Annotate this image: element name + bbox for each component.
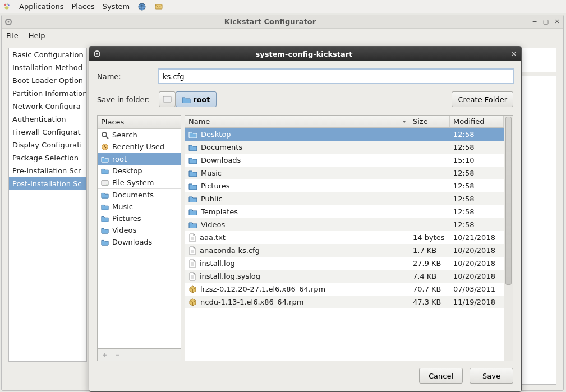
file-row[interactable]: aaa.txt14 bytes10/21/2018 — [185, 231, 504, 244]
column-header-size[interactable]: Size — [409, 116, 450, 127]
add-bookmark-icon[interactable]: ＋ — [101, 350, 108, 360]
file-icon — [188, 272, 196, 281]
places-list[interactable]: Places SearchRecently UsedrootDesktopFil… — [97, 115, 181, 349]
folder-icon — [188, 156, 197, 164]
create-folder-button[interactable]: Create Folder — [452, 91, 513, 107]
file-row[interactable]: Desktop12:58 — [185, 128, 504, 141]
section-item[interactable]: Boot Loader Option — [9, 74, 86, 87]
column-header-modified[interactable]: Modified — [450, 116, 504, 127]
file-size: 47.3 KB — [409, 298, 450, 306]
file-rows[interactable]: Desktop12:58Documents12:58Downloads15:10… — [185, 128, 504, 361]
places-item[interactable]: Documents — [98, 188, 181, 201]
folder-icon — [188, 221, 197, 228]
section-item[interactable]: Partition Information — [9, 87, 86, 100]
parent-folder-button[interactable] — [159, 91, 176, 107]
places-item[interactable]: Downloads — [98, 236, 181, 248]
folder-icon — [101, 203, 109, 211]
folder-icon — [101, 215, 109, 223]
places-item[interactable]: Pictures — [98, 213, 181, 224]
main-window-titlebar[interactable]: Kickstart Configurator ━ ▢ ✕ — [2, 15, 563, 29]
save-file-dialog: system-config-kickstart ✕ Name: Save in … — [89, 46, 522, 392]
places-item[interactable]: Videos — [98, 224, 181, 236]
section-item[interactable]: Package Selection — [9, 151, 86, 164]
minimize-button[interactable]: ━ — [531, 18, 539, 26]
maximize-button[interactable]: ▢ — [542, 18, 550, 26]
cancel-button[interactable]: Cancel — [419, 368, 463, 384]
save-button[interactable]: Save — [470, 368, 513, 384]
scrollbar-thumb[interactable] — [505, 117, 512, 285]
file-row[interactable]: Documents12:58 — [185, 141, 504, 154]
svg-point-3 — [5, 6, 9, 9]
svg-point-1 — [7, 3, 8, 4]
places-header: Places — [98, 116, 181, 129]
file-modified: 12:58 — [450, 182, 504, 190]
section-item[interactable]: Firewall Configurat — [9, 126, 86, 139]
places-item[interactable]: Recently Used — [98, 141, 181, 153]
folder-icon — [101, 191, 109, 199]
recent-icon — [101, 143, 109, 151]
places-item[interactable]: Desktop — [98, 165, 181, 177]
panel-menu-places[interactable]: Places — [71, 2, 94, 11]
places-item[interactable]: File System — [98, 177, 181, 188]
file-row[interactable]: Downloads15:10 — [185, 154, 504, 167]
file-modified: 12:58 — [450, 220, 504, 229]
file-row[interactable]: Templates12:58 — [185, 205, 504, 218]
disk-icon — [101, 179, 109, 187]
file-size: 7.4 KB — [409, 272, 450, 280]
places-item-label: Desktop — [112, 167, 142, 175]
file-name: Desktop — [201, 130, 231, 139]
browser-icon[interactable] — [137, 2, 146, 11]
section-list[interactable]: Basic ConfigurationInstallation MethodBo… — [8, 48, 87, 362]
file-list-header[interactable]: Name ▾ Size Modified — [185, 116, 504, 128]
file-name: install.log — [200, 259, 235, 268]
file-size: 14 bytes — [409, 233, 450, 242]
close-button[interactable]: ✕ — [553, 18, 561, 26]
menu-help[interactable]: Help — [29, 31, 45, 40]
file-row[interactable]: Videos12:58 — [185, 218, 504, 231]
file-name: Templates — [201, 207, 238, 216]
svg-point-11 — [102, 132, 107, 137]
folder-icon — [101, 167, 109, 175]
menu-file[interactable]: File — [6, 31, 19, 40]
file-row[interactable]: Music12:58 — [185, 167, 504, 179]
column-header-name[interactable]: Name ▾ — [185, 116, 409, 127]
file-row[interactable]: lrzsz-0.12.20-27.1.el6.x86_64.rpm70.7 KB… — [185, 283, 504, 296]
dialog-close-button[interactable]: ✕ — [510, 50, 518, 58]
section-item[interactable]: Network Configura — [9, 100, 86, 113]
places-item[interactable]: Search — [98, 129, 181, 141]
svg-rect-13 — [102, 180, 108, 185]
section-item[interactable]: Installation Method — [9, 61, 86, 74]
file-name: Documents — [201, 143, 242, 151]
dialog-titlebar[interactable]: system-config-kickstart ✕ — [89, 47, 521, 61]
panel-menu-applications[interactable]: Applications — [19, 2, 63, 11]
dialog-app-icon — [93, 49, 102, 58]
section-item[interactable]: Authentication — [9, 113, 86, 126]
file-name: install.log.syslog — [200, 272, 260, 280]
path-segment-root[interactable]: root — [176, 91, 217, 107]
file-row[interactable]: Public12:58 — [185, 192, 504, 205]
section-item[interactable]: Pre-Installation Scr — [9, 164, 86, 177]
file-modified: 12:58 — [450, 169, 504, 177]
file-name: ncdu-1.13-1.el6.x86_64.rpm — [200, 298, 303, 306]
filename-input[interactable] — [159, 69, 513, 84]
folder-icon — [188, 195, 197, 202]
remove-bookmark-icon[interactable]: － — [114, 350, 121, 360]
file-row[interactable]: install.log27.9 KB10/20/2018 — [185, 257, 504, 270]
file-list-scrollbar[interactable] — [504, 116, 513, 361]
file-row[interactable]: anaconda-ks.cfg1.7 KB10/20/2018 — [185, 244, 504, 257]
section-item[interactable]: Basic Configuration — [9, 48, 86, 61]
file-icon — [188, 259, 196, 268]
file-name: Downloads — [201, 156, 241, 164]
file-row[interactable]: ncdu-1.13-1.el6.x86_64.rpm47.3 KB11/19/2… — [185, 296, 504, 308]
panel-menu-system[interactable]: System — [103, 2, 130, 11]
file-row[interactable]: install.log.syslog7.4 KB10/20/2018 — [185, 270, 504, 283]
places-item[interactable]: root — [98, 153, 181, 165]
section-item[interactable]: Display Configurati — [9, 139, 86, 151]
section-item[interactable]: Post-Installation Sc — [9, 177, 86, 190]
file-modified: 07/03/2011 — [450, 285, 504, 293]
mail-icon[interactable] — [154, 2, 163, 11]
file-row[interactable]: Pictures12:58 — [185, 179, 504, 192]
folder-icon — [182, 96, 191, 103]
places-item[interactable]: Music — [98, 201, 181, 213]
path-segment-label: root — [193, 95, 210, 104]
